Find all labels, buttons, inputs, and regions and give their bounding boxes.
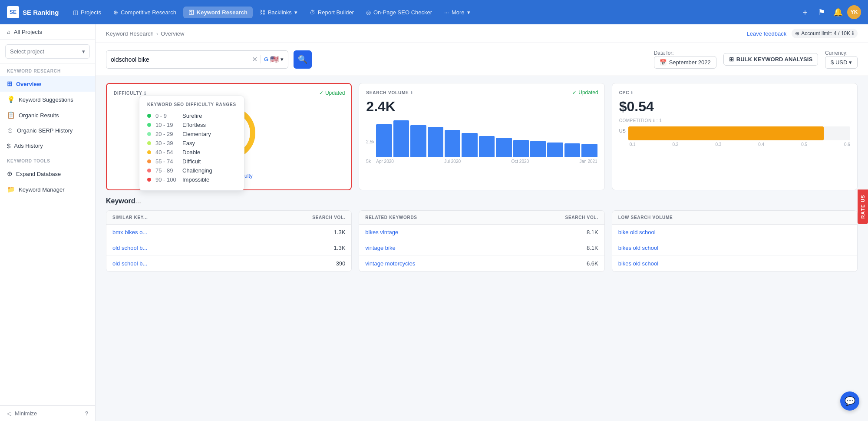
account-limit-badge: ⊕ Account limit: 4 / 10K ℹ xyxy=(792,29,858,38)
sidebar-item-expand[interactable]: ⊕ Expand Database xyxy=(0,166,95,182)
table-row: vintage bike 8.1K xyxy=(359,240,604,256)
table-row: old school b... 390 xyxy=(106,256,351,272)
range-challenging: 75 - 89 xyxy=(155,167,178,174)
user-avatar[interactable]: YK xyxy=(847,5,861,19)
low-volume-table: LOW SEARCH VOLUME bike old school bikes … xyxy=(612,210,858,272)
search-button[interactable]: 🔍 xyxy=(294,50,312,69)
sv-bar xyxy=(564,143,580,157)
kw-link[interactable]: vintage bike xyxy=(365,245,395,251)
kw-link[interactable]: vintage motorcycles xyxy=(365,260,415,267)
kw-vol: 8.1K xyxy=(587,245,598,251)
leave-feedback-link[interactable]: Leave feedback xyxy=(746,30,786,37)
nav-item-projects[interactable]: ◫ Projects xyxy=(68,7,106,18)
nav-item-competitive[interactable]: ⊕ Competitive Research xyxy=(108,7,182,18)
nav-item-report[interactable]: ⏱ Report Builder xyxy=(304,7,359,18)
currency-chevron: ▾ xyxy=(849,59,852,66)
ads-icon: $ xyxy=(7,142,10,149)
search-volume-card: SEARCH VOLUME ℹ ✓ Updated 2.4K 5k 2.5k xyxy=(359,83,604,190)
nav-item-backlinks[interactable]: ⛓ Backlinks ▾ xyxy=(254,7,303,18)
kw-link[interactable]: old school b... xyxy=(112,245,147,251)
date-selector-button[interactable]: 📅 September 2022 xyxy=(654,56,716,69)
sidebar-item-ads-history[interactable]: $ Ads History xyxy=(0,138,95,153)
table-row: bikes old school xyxy=(612,240,857,256)
nav-item-keyword[interactable]: ⚿ Keyword Research xyxy=(183,7,253,18)
data-for-group: Data for: 📅 September 2022 xyxy=(654,50,716,69)
tooltip-row-3: 30 - 39 Easy xyxy=(147,139,236,148)
project-select[interactable]: Select project ▾ xyxy=(5,44,90,59)
tooltip-row-7: 90 - 100 Impossible xyxy=(147,175,236,184)
kw-link[interactable]: old school b... xyxy=(112,260,147,267)
app-body: ⌂ All Projects Select project ▾ KEYWORD … xyxy=(0,24,868,421)
chat-icon: 💬 xyxy=(845,396,855,406)
tables-grid: SIMILAR KEY... SEARCH VOL. bmx bikes o..… xyxy=(106,210,858,272)
label-surefire: Surefire xyxy=(182,113,202,119)
low-vol-header: LOW SEARCH VOLUME xyxy=(612,211,857,225)
sv-updated: ✓ Updated xyxy=(572,90,598,96)
circle-icon: ⊕ xyxy=(795,30,799,36)
top-nav: SE SE Ranking ◫ Projects ⊕ Competitive R… xyxy=(0,0,868,24)
difficulty-info-icon[interactable]: ℹ xyxy=(144,91,146,96)
flag-button[interactable]: ⚑ xyxy=(814,5,829,20)
sidebar-item-suggestions[interactable]: 💡 Keyword Suggestions xyxy=(0,92,95,107)
breadcrumb-root[interactable]: Keyword Research xyxy=(106,30,154,37)
tooltip-row-6: 75 - 89 Challenging xyxy=(147,166,236,175)
range-impossible: 90 - 100 xyxy=(155,176,178,183)
search-bar-area: ✕ G 🇺🇸 ▾ 🔍 Data for: 📅 September 2022 xyxy=(96,43,868,76)
search-icon: 🔍 xyxy=(298,55,307,64)
notifications-button[interactable]: 🔔 xyxy=(831,5,845,20)
cpc-info-icon[interactable]: ℹ xyxy=(631,90,633,95)
chat-button[interactable]: 💬 xyxy=(840,391,859,411)
label-challenging: Challenging xyxy=(182,167,212,174)
rate-us-button[interactable]: RATE US xyxy=(858,189,868,224)
sv-bar xyxy=(581,144,597,157)
kw-link[interactable]: bmx bikes o... xyxy=(112,229,147,235)
bulk-icon: ⊞ xyxy=(729,56,734,63)
calendar-icon: 📅 xyxy=(660,59,667,66)
sidebar-all-projects[interactable]: ⌂ All Projects xyxy=(0,24,95,40)
sidebar-project-selector[interactable]: Select project ▾ xyxy=(0,40,95,63)
engine-chevron: ▾ xyxy=(281,56,284,63)
sv-x-labels: Apr 2020 Jul 2020 Oct 2020 Jan 2021 xyxy=(376,159,597,164)
comp-separator: : xyxy=(657,118,658,123)
search-input[interactable] xyxy=(111,56,249,63)
projects-icon: ◫ xyxy=(73,9,78,16)
kw-link[interactable]: bikes old school xyxy=(618,260,659,267)
main-header: Keyword Research › Overview Leave feedba… xyxy=(96,24,868,43)
sidebar-item-manager[interactable]: 📁 Keyword Manager xyxy=(0,182,95,197)
label-doable: Doable xyxy=(182,149,200,156)
table-row: bikes vintage 8.1K xyxy=(359,225,604,240)
search-engine-selector[interactable]: G 🇺🇸 ▾ xyxy=(260,55,284,63)
kw-link[interactable]: bike old school xyxy=(618,229,656,235)
sv-check-icon: ✓ xyxy=(572,90,577,96)
backlinks-icon: ⛓ xyxy=(260,9,265,16)
sidebar-item-overview[interactable]: ⊞ Overview xyxy=(0,76,95,92)
currency-selector[interactable]: $ USD ▾ xyxy=(825,56,858,69)
dot-challenging xyxy=(147,169,151,172)
kw-vol: 8.1K xyxy=(587,229,598,235)
data-for-label: Data for: xyxy=(654,50,716,56)
add-button[interactable]: ＋ xyxy=(798,5,812,20)
sidebar-item-organic[interactable]: 📋 Organic Results xyxy=(0,107,95,123)
kw-link[interactable]: bikes old school xyxy=(618,245,659,251)
rate-us-panel: RATE US xyxy=(858,189,868,224)
sv-bar xyxy=(530,141,546,157)
nav-item-more[interactable]: ··· More ▾ xyxy=(439,7,475,18)
sidebar-item-serp-history[interactable]: ⏲ Organic SERP History xyxy=(0,123,95,138)
more-chevron: ▾ xyxy=(467,9,470,16)
overview-icon: ⊞ xyxy=(7,80,13,88)
search-clear-button[interactable]: ✕ xyxy=(252,55,257,63)
sv-info-icon[interactable]: ℹ xyxy=(411,90,413,95)
sidebar-minimize[interactable]: ◁ Minimize ? xyxy=(0,405,95,421)
nav-item-onpage[interactable]: ◎ On-Page SEO Checker xyxy=(361,7,437,18)
bulk-keyword-button[interactable]: ⊞ BULK KEYWORD ANALYSIS xyxy=(723,53,818,66)
tooltip-row-4: 40 - 54 Doable xyxy=(147,148,236,157)
search-input-wrap[interactable]: ✕ G 🇺🇸 ▾ xyxy=(106,50,288,69)
similar-kw-header: SIMILAR KEY... SEARCH VOL. xyxy=(106,211,351,225)
comp-info-icon[interactable]: ℹ xyxy=(653,118,655,123)
kw-link[interactable]: bikes vintage xyxy=(365,229,398,235)
brand-logo[interactable]: SE SE Ranking xyxy=(7,6,59,18)
range-easy: 30 - 39 xyxy=(155,140,178,146)
dot-surefire xyxy=(147,114,151,118)
serp-history-icon: ⏲ xyxy=(7,127,13,134)
sv-bar xyxy=(479,136,495,158)
